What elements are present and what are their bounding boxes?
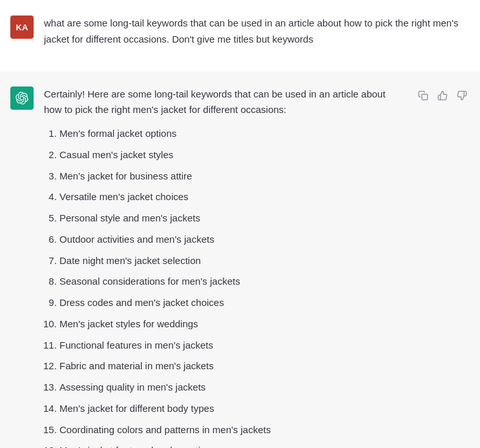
svg-rect-0 xyxy=(422,94,428,100)
keyword-item-8: Seasonal considerations for men's jacket… xyxy=(59,274,405,290)
keyword-item-7: Date night men's jacket selection xyxy=(59,253,405,269)
assistant-message: Certainly! Here are some long-tail keywo… xyxy=(0,71,480,449)
keyword-item-15: Coordinating colors and patterns in men'… xyxy=(59,422,405,438)
copy-icon xyxy=(418,90,428,101)
keyword-item-2: Casual men's jacket styles xyxy=(59,147,405,163)
assistant-message-content: Certainly! Here are some long-tail keywo… xyxy=(44,87,405,449)
user-message-content: what are some long-tail keywords that ca… xyxy=(44,15,470,56)
keyword-item-5: Personal style and men's jackets xyxy=(59,210,405,227)
thumbs-down-icon xyxy=(457,90,467,101)
user-initials: KA xyxy=(16,23,28,32)
user-message: KA what are some long-tail keywords that… xyxy=(0,0,480,71)
keywords-list: Men's formal jacket optionsCasual men's … xyxy=(44,126,405,448)
thumbs-down-button[interactable] xyxy=(454,88,470,103)
keyword-item-11: Functional features in men's jackets xyxy=(59,338,405,354)
keyword-item-9: Dress codes and men's jacket choices xyxy=(59,295,405,311)
assistant-avatar xyxy=(10,87,34,110)
user-message-text: what are some long-tail keywords that ca… xyxy=(44,15,470,48)
keyword-item-14: Men's jacket for different body types xyxy=(59,401,405,417)
keyword-item-12: Fabric and material in men's jackets xyxy=(59,358,405,374)
keyword-item-16: Men's jacket for travel and vacations xyxy=(59,443,405,448)
user-avatar: KA xyxy=(10,15,34,39)
keyword-item-4: Versatile men's jacket choices xyxy=(59,189,405,205)
assistant-intro-text: Certainly! Here are some long-tail keywo… xyxy=(44,87,405,119)
message-actions xyxy=(415,87,470,103)
thumbs-up-button[interactable] xyxy=(435,88,450,103)
keyword-item-10: Men's jacket styles for weddings xyxy=(59,316,405,332)
chat-container: KA what are some long-tail keywords that… xyxy=(0,0,480,448)
keyword-item-6: Outdoor activities and men's jackets xyxy=(59,232,405,248)
chatgpt-logo-icon xyxy=(16,92,28,105)
keyword-item-13: Assessing quality in men's jackets xyxy=(59,380,405,396)
keyword-item-3: Men's jacket for business attire xyxy=(59,168,405,185)
thumbs-up-icon xyxy=(437,90,448,101)
copy-button[interactable] xyxy=(415,88,431,103)
keyword-item-1: Men's formal jacket options xyxy=(59,126,405,142)
